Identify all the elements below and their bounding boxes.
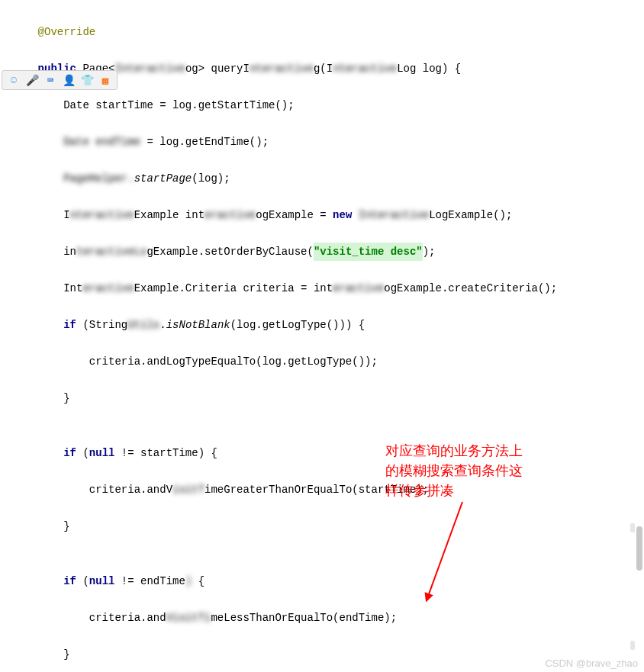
- code-line: }: [12, 517, 644, 535]
- code-line: InteractiveExample interactiveogExample …: [12, 206, 644, 224]
- code-line: PageHelper.startPage(log);: [12, 169, 644, 188]
- side-toolbar: ☺ 🎤 ⌨ 👤 👕 ▦: [2, 70, 118, 90]
- code-line: criteria.andVisitTimeGreaterThanOrEqualT…: [12, 481, 644, 499]
- code-line: criteria.andVisitTimeLessThanOrEqualTo(e…: [12, 609, 644, 627]
- watermark: CSDN @brave_zhao: [545, 658, 638, 669]
- code-line: InteractiveExample.Criteria criteria = i…: [12, 279, 644, 297]
- gutter-mark: [630, 641, 635, 650]
- code-line: interactiveLogExample.setOrderByClause("…: [12, 243, 644, 261]
- code-line: if (null != endTime) {: [12, 572, 644, 590]
- smile-icon[interactable]: ☺: [7, 73, 21, 87]
- code-line: @Override: [12, 23, 644, 41]
- code-line: if (null != startTime) {: [12, 444, 644, 462]
- code-editor: @Override public Page<Interactiveog> que…: [0, 0, 644, 672]
- keyboard-icon[interactable]: ⌨: [43, 73, 57, 87]
- code-line: if (StringUtils.isNotBlank(log.getLogTyp…: [12, 316, 644, 334]
- person-icon[interactable]: 👤: [62, 73, 76, 87]
- code-line: }: [12, 389, 644, 407]
- shirt-icon[interactable]: 👕: [80, 73, 94, 87]
- mic-icon[interactable]: 🎤: [25, 73, 39, 87]
- code-line: Date startTime = log.getStartTime();: [12, 96, 644, 114]
- code-line: criteria.andLogTypeEqualTo(log.getLogTyp…: [12, 352, 644, 371]
- grid-icon[interactable]: ▦: [98, 73, 112, 87]
- gutter-mark: [630, 523, 635, 532]
- annotation-note: 对应查询的业务方法上 的模糊搜索查询条件这 样传参拼凑: [385, 441, 523, 500]
- code-line: Date endTime = log.getEndTime();: [12, 133, 644, 151]
- scrollbar-thumb[interactable]: [636, 526, 642, 571]
